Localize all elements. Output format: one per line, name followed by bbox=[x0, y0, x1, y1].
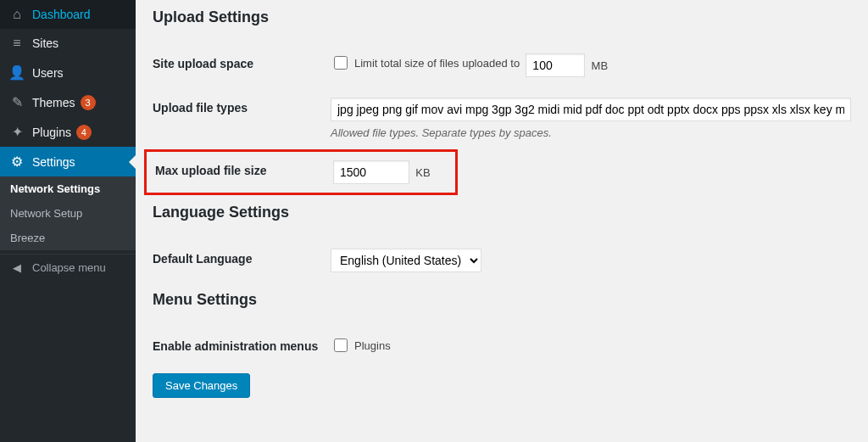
collapse-icon: ◀ bbox=[8, 261, 25, 274]
upload-settings-heading: Upload Settings bbox=[153, 8, 851, 26]
sidebar-sub-network-setup[interactable]: Network Setup bbox=[0, 201, 136, 226]
sidebar-item-plugins[interactable]: ✦ Plugins 4 bbox=[0, 117, 136, 147]
label-site-upload-space: Site upload space bbox=[153, 53, 331, 70]
label-default-language: Default Language bbox=[153, 249, 331, 266]
label-max-upload-file-size: Max upload file size bbox=[155, 160, 333, 177]
main-content: Upload Settings Site upload space Limit … bbox=[136, 0, 868, 442]
sidebar-item-themes[interactable]: ✎ Themes 3 bbox=[0, 87, 136, 117]
admin-sidebar: ⌂ Dashboard ≡ Sites 👤 Users ✎ Themes 3 ✦… bbox=[0, 0, 136, 442]
language-settings-heading: Language Settings bbox=[153, 204, 851, 221]
site-upload-space-suffix: MB bbox=[592, 59, 609, 72]
collapse-menu[interactable]: ◀ Collapse menu bbox=[0, 254, 136, 281]
site-upload-space-input[interactable] bbox=[526, 53, 585, 77]
settings-icon: ⚙ bbox=[8, 154, 25, 170]
sidebar-sub-breeze[interactable]: Breeze bbox=[0, 226, 136, 250]
row-enable-admin-menus: Enable administration menus Plugins bbox=[153, 326, 851, 365]
save-changes-button[interactable]: Save Changes bbox=[153, 373, 250, 398]
themes-badge: 3 bbox=[81, 95, 96, 110]
limit-upload-label: Limit total size of files uploaded to bbox=[354, 57, 520, 70]
label-enable-admin-menus: Enable administration menus bbox=[153, 336, 331, 353]
sidebar-item-users[interactable]: 👤 Users bbox=[0, 58, 136, 87]
row-upload-file-types: Upload file types Allowed file types. Se… bbox=[153, 87, 851, 149]
admin-menus-plugins-checkbox[interactable] bbox=[334, 338, 348, 352]
collapse-label: Collapse menu bbox=[32, 261, 106, 274]
limit-upload-checkbox-wrapper[interactable]: Limit total size of files uploaded to bbox=[331, 53, 520, 72]
default-language-select[interactable]: English (United States) bbox=[331, 249, 481, 272]
row-default-language: Default Language English (United States) bbox=[153, 238, 851, 283]
admin-menus-plugins-label: Plugins bbox=[354, 339, 391, 352]
sidebar-item-sites[interactable]: ≡ Sites bbox=[0, 29, 136, 58]
max-upload-file-size-suffix: KB bbox=[415, 166, 430, 179]
menu-settings-heading: Menu Settings bbox=[153, 291, 851, 309]
sidebar-item-dashboard[interactable]: ⌂ Dashboard bbox=[0, 0, 136, 29]
upload-file-types-input[interactable] bbox=[331, 98, 851, 121]
upload-file-types-desc: Allowed file types. Separate types by sp… bbox=[331, 126, 851, 139]
admin-menus-checkbox-wrapper[interactable]: Plugins bbox=[331, 336, 391, 355]
max-upload-file-size-input[interactable] bbox=[333, 160, 409, 184]
sidebar-sub-network-settings[interactable]: Network Settings bbox=[0, 176, 136, 201]
row-site-upload-space: Site upload space Limit total size of fi… bbox=[153, 43, 851, 87]
plugins-badge: 4 bbox=[76, 125, 92, 140]
sidebar-item-label: Sites bbox=[32, 36, 58, 50]
themes-icon: ✎ bbox=[8, 94, 25, 110]
sidebar-item-label: Plugins bbox=[32, 126, 71, 139]
plugins-icon: ✦ bbox=[8, 124, 25, 140]
dashboard-icon: ⌂ bbox=[8, 7, 25, 22]
row-max-upload-file-size: Max upload file size KB bbox=[144, 149, 458, 195]
label-upload-file-types: Upload file types bbox=[153, 98, 331, 115]
sidebar-item-label: Settings bbox=[32, 155, 75, 169]
sidebar-item-label: Users bbox=[32, 66, 64, 80]
sidebar-item-label: Themes bbox=[32, 96, 75, 109]
limit-upload-checkbox[interactable] bbox=[334, 56, 348, 70]
sidebar-item-settings[interactable]: ⚙ Settings bbox=[0, 147, 136, 176]
users-icon: 👤 bbox=[8, 64, 25, 81]
sites-icon: ≡ bbox=[8, 36, 25, 51]
sidebar-item-label: Dashboard bbox=[32, 8, 91, 21]
